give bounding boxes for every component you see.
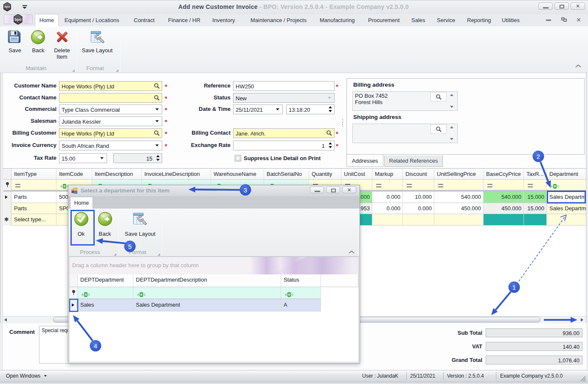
svg-text:bpo: bpo [14, 17, 22, 22]
svg-text:bpo: bpo [5, 5, 10, 8]
